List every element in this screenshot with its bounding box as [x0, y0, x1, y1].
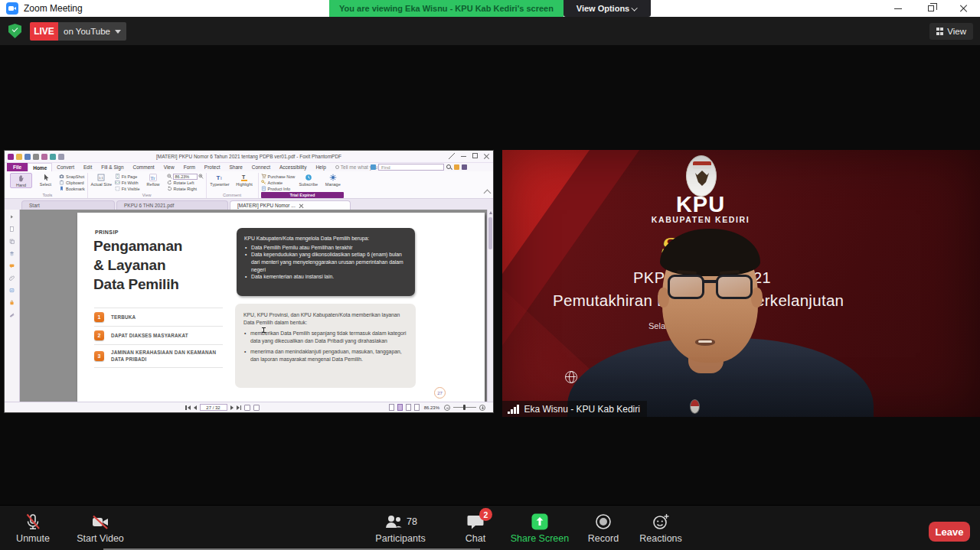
book-view-icon[interactable]: [414, 404, 420, 411]
zoom-in-button[interactable]: [479, 405, 485, 411]
view-options-button[interactable]: View Options: [564, 0, 651, 17]
live-platform-dropdown[interactable]: on YouTube: [58, 22, 126, 41]
participants-button[interactable]: 78 Participants: [373, 512, 428, 544]
pdf-restore-icon[interactable]: [472, 153, 478, 158]
actual-size-button[interactable]: 1:1 Actual Size: [90, 173, 113, 187]
last-page-button[interactable]: [237, 405, 242, 410]
ribbon-collapse-icon[interactable]: [484, 190, 492, 197]
rotate-right-button[interactable]: Rotate Right: [167, 186, 204, 191]
slide-gray-callout: KPU, KPU Provinsi, dan KPU Kabupaten/Kot…: [235, 304, 416, 388]
zoom-level-input[interactable]: 86.23%: [173, 174, 198, 180]
menu-item[interactable]: View: [159, 163, 179, 171]
snapshot-button[interactable]: SnapShot: [59, 174, 85, 179]
pdf-expand-icon[interactable]: [449, 153, 455, 159]
panel-expand-icon[interactable]: [9, 214, 15, 220]
email-icon[interactable]: [41, 154, 47, 160]
view-layout-button[interactable]: View: [929, 23, 973, 40]
purchase-now-button[interactable]: Purchase Now: [261, 174, 296, 179]
bookmarks-panel-icon[interactable]: [9, 239, 15, 244]
menu-item[interactable]: Protect: [200, 163, 225, 171]
profile-icon[interactable]: [462, 164, 467, 170]
layers-panel-icon[interactable]: [9, 251, 15, 256]
scroll-up-icon[interactable]: [489, 211, 492, 214]
tab-doc1[interactable]: PKPU 6 THN 2021.pdf: [116, 200, 228, 210]
continuous-view-icon[interactable]: [397, 404, 403, 411]
page-number-input[interactable]: 27 / 32: [200, 404, 227, 411]
menu-item[interactable]: Help: [311, 163, 330, 171]
bell-icon[interactable]: [454, 164, 459, 170]
menu-item[interactable]: Connect: [247, 163, 275, 171]
next-view-button[interactable]: [253, 405, 260, 411]
find-input[interactable]: Find: [378, 164, 444, 171]
unmute-button[interactable]: Unmute: [8, 512, 58, 544]
fit-width-button[interactable]: Fit Width: [115, 180, 140, 185]
zoom-slider-thumb[interactable]: [463, 405, 466, 410]
fit-page-button[interactable]: Fit Page: [115, 174, 140, 179]
pdf-close-icon[interactable]: [484, 153, 490, 159]
select-tool-button[interactable]: Select: [34, 173, 57, 187]
reactions-button[interactable]: Reactions: [637, 512, 684, 544]
zoom-out-icon[interactable]: [167, 174, 172, 179]
leave-button[interactable]: Leave: [929, 522, 970, 542]
share-screen-button[interactable]: Share Screen: [510, 512, 570, 544]
minimize-button[interactable]: [881, 0, 914, 17]
facing-view-icon[interactable]: [406, 404, 411, 411]
pdf-minimize-icon[interactable]: [461, 153, 466, 157]
previous-view-button[interactable]: [244, 405, 250, 411]
search-icon[interactable]: [446, 164, 452, 170]
print-icon[interactable]: [33, 154, 39, 160]
menu-item[interactable]: Convert: [52, 163, 79, 171]
link-icon[interactable]: [371, 164, 376, 170]
single-page-view-icon[interactable]: [389, 404, 394, 411]
signature-panel-icon[interactable]: [9, 288, 15, 293]
menu-item[interactable]: Fill & Sign: [96, 163, 128, 171]
next-page-button[interactable]: [230, 405, 234, 410]
close-button[interactable]: [947, 0, 980, 17]
fit-visible-button[interactable]: Fit Visible: [115, 186, 140, 191]
menu-item[interactable]: Share: [224, 163, 247, 171]
manage-button[interactable]: Manage: [322, 173, 344, 187]
pdf-quick-access-toolbar[interactable]: [8, 154, 64, 160]
open-folder-icon[interactable]: [16, 154, 22, 160]
rotate-left-button[interactable]: Rotate Left: [167, 180, 204, 185]
zoom-out-button[interactable]: [444, 405, 450, 411]
restore-button[interactable]: [914, 0, 947, 17]
bookmark-button[interactable]: Bookmark: [59, 186, 85, 191]
zoom-in-icon[interactable]: [198, 174, 204, 179]
product-info-button[interactable]: Product Info: [261, 186, 296, 191]
measure-panel-icon[interactable]: [9, 312, 15, 317]
tab-close-icon[interactable]: [299, 203, 303, 207]
menu-home[interactable]: Home: [28, 163, 52, 171]
clipboard-button[interactable]: Clipboard: [59, 180, 85, 185]
encryption-shield-icon[interactable]: [8, 24, 21, 38]
zoom-slider[interactable]: [453, 407, 476, 408]
previous-page-button[interactable]: [194, 405, 197, 410]
menu-item[interactable]: Comment: [129, 163, 159, 171]
menu-item[interactable]: Accessibility: [275, 163, 311, 171]
reflow-button[interactable]: Tr Reflow: [142, 173, 165, 187]
tab-start[interactable]: Start: [21, 200, 115, 210]
menu-item[interactable]: Form: [179, 163, 200, 171]
typewriter-button[interactable]: TI Typewriter: [209, 173, 231, 187]
start-video-button[interactable]: Start Video: [74, 512, 127, 544]
hand-tool-button[interactable]: Hand: [10, 173, 32, 188]
pdf-scrollbar[interactable]: [487, 210, 493, 402]
security-lock-icon[interactable]: [9, 300, 15, 305]
menu-file[interactable]: File: [7, 163, 28, 171]
bullet-item: menerima dan menindaklanjuti pengaduan, …: [243, 348, 407, 363]
activate-button[interactable]: Activate: [261, 180, 296, 185]
scrollbar-thumb[interactable]: [488, 217, 492, 249]
attachments-panel-icon[interactable]: [9, 275, 15, 281]
save-icon[interactable]: [24, 154, 31, 160]
menu-item[interactable]: Edit: [79, 163, 96, 171]
undo-icon[interactable]: [50, 154, 56, 160]
chat-button[interactable]: Chat 2: [456, 512, 495, 544]
comments-panel-icon[interactable]: [9, 263, 15, 268]
first-page-button[interactable]: [185, 405, 191, 410]
highlight-button[interactable]: T Highlight: [234, 173, 256, 187]
tab-doc2-active[interactable]: [MATERI] PKPU Nomor ...: [230, 200, 351, 210]
redo-icon[interactable]: [58, 154, 64, 160]
record-button[interactable]: Record: [582, 512, 625, 544]
pages-panel-icon[interactable]: [9, 226, 15, 232]
subscribe-button[interactable]: Subscribe: [297, 173, 319, 187]
